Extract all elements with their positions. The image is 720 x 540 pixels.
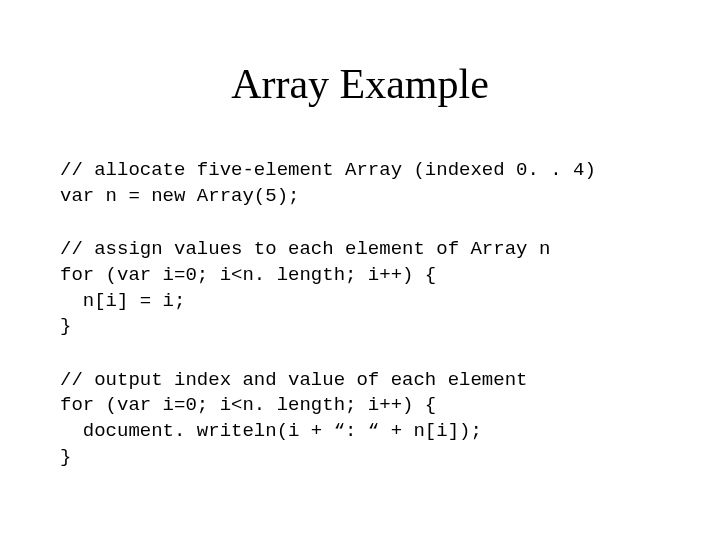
slide: Array Example // allocate five-element A… xyxy=(0,0,720,538)
code-block-allocate: // allocate five-element Array (indexed … xyxy=(60,158,660,209)
slide-title: Array Example xyxy=(60,60,660,108)
code-block-output: // output index and value of each elemen… xyxy=(60,368,660,471)
code-block-assign: // assign values to each element of Arra… xyxy=(60,237,660,340)
